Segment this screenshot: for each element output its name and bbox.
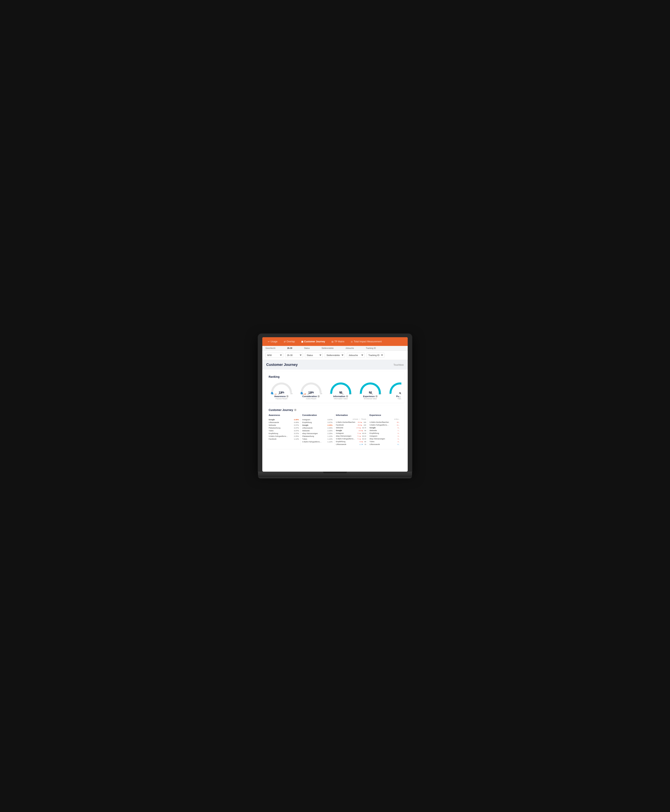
- gauge-help-icon-awareness[interactable]: ?: [286, 395, 289, 397]
- cj-delta: 7...: [398, 430, 400, 432]
- nav-item-tp-matrix[interactable]: ▤TP Matrix: [329, 339, 347, 344]
- cj-delta: 3...: [398, 441, 400, 442]
- cj-row-information-6: S-Bahn-Fahrgastfernsehen7.1▲82.33: [336, 437, 366, 440]
- gauge-label-information: Information?: [333, 395, 348, 397]
- cj-row-information-3: Google13.8▲90: [336, 429, 366, 432]
- cj-row-value: 3.37%: [294, 424, 299, 426]
- page-title: Customer Journey: [266, 363, 298, 367]
- gauge-min-experience: 0: [359, 393, 360, 394]
- cj-row-score: 3...: [398, 441, 400, 442]
- cj-row-consideration-2: Google2.25%: [302, 424, 332, 427]
- gauge-min-awareness: 0: [271, 393, 271, 394]
- gauge-help-icon-experience[interactable]: ?: [375, 395, 378, 397]
- cj-delta: 7.1▲: [357, 435, 361, 437]
- cj-row-name: Empfehlung: [336, 441, 356, 442]
- cj-row-name: Litfasssaeule: [370, 443, 389, 445]
- cj-row-name: Tubes: [302, 438, 322, 440]
- cj-row-awareness-2: Webseite3.37%: [269, 424, 299, 427]
- cj-row-name: Instagram: [302, 419, 322, 420]
- cj-row-score: 17.5▲93.75: [356, 427, 366, 429]
- cj-row-awareness-6: S-Bahn-Fahrgastfernsehen2.25%: [269, 435, 299, 437]
- cj-delta: -1.2▼: [359, 444, 363, 445]
- gauge-label-experience: Experience?: [363, 395, 378, 397]
- cj-col-consideration: ConsiderationInstagram3.37%Empfehlung3.3…: [301, 414, 334, 446]
- filter-labels-row: Geschlecht26-30StatusStellenmärkteJobsuc…: [262, 346, 408, 351]
- cj-row-name: Plakatwerbung: [302, 435, 322, 437]
- cj-row-name: Google: [370, 427, 389, 429]
- cj-row-value: 3.37%: [328, 419, 333, 420]
- gauge-value-experience: 83: [369, 391, 372, 394]
- nav-item-customer-journey[interactable]: ▦Customer Journey: [299, 339, 328, 344]
- nav-item-usage[interactable]: ↩Usage: [266, 339, 280, 344]
- filter-select-stellenmaerkte[interactable]: StellenmärkteOption1: [325, 353, 345, 358]
- gauge-container-awareness: 13%0100: [270, 381, 293, 394]
- cj-tscore: 83.33: [362, 435, 366, 437]
- cj-row-name: Google: [269, 419, 288, 420]
- cj-row-value: 3.37%: [294, 430, 299, 432]
- gauge-item-purchase: ...0100Pu...?Tran...: [387, 381, 401, 400]
- gauge-container-purchase: ...0100: [388, 381, 401, 394]
- cj-row-score: 7.1▲83.33: [357, 435, 366, 437]
- nav-icon-tp-matrix: ▤: [332, 341, 333, 343]
- nav-item-total-impact[interactable]: ◎Total Impact Measurement: [349, 339, 384, 344]
- nav-icon-usage: ↩: [268, 341, 270, 343]
- gauge-sublabel-awareness: Passive Reach: [276, 398, 288, 400]
- filter-select-tracking[interactable]: Tracking IDOption1: [367, 353, 384, 358]
- nav-item-overlap[interactable]: ⇄Overlap: [281, 339, 297, 344]
- gauge-help-icon-information[interactable]: ?: [346, 395, 348, 397]
- ranking-title: Ranking: [269, 375, 401, 378]
- cj-tscore: 93.75: [362, 427, 366, 429]
- cj-row-value: 3.37%: [294, 427, 299, 429]
- cj-row-experience-2: Google9...: [370, 426, 400, 429]
- cj-row-score: 7.1▲83.33: [357, 432, 366, 434]
- cj-row-experience-1: S-Bahn-Fahrgastfernsehen11...: [370, 424, 400, 426]
- cj-row-information-0: U-Bahn-Deckenflaechen23.8▲100: [336, 421, 366, 424]
- gauge-item-experience: 830100Experience?Emotional Value: [357, 381, 383, 400]
- cj-row-name: ebay Kleinanzeigen: [370, 438, 389, 440]
- gauge-label-purchase: Pu...?: [396, 395, 401, 397]
- cj-row-name: Instagram: [370, 435, 389, 437]
- cj-delta: 7.1▲: [357, 438, 361, 440]
- customer-journey-section: Customer Journey ? AwarenessGoogle4.49%L…: [266, 405, 404, 449]
- cj-row-name: Webseite: [302, 430, 322, 432]
- filter-select-geschlecht[interactable]: M/WMW: [266, 353, 283, 358]
- nav-icon-customer-journey: ▦: [301, 341, 303, 343]
- cj-row-value: 2.25%: [328, 430, 333, 432]
- filter-select-status[interactable]: StatusActiveInactive: [305, 353, 323, 358]
- cj-row-name: U-Bahn-Deckenflaechen: [370, 421, 389, 423]
- cj-row-consideration-1: Empfehlung3.37%: [302, 421, 332, 424]
- filter-select-jobsuche[interactable]: JobsucheOption1: [347, 353, 365, 358]
- cj-row-score: 19...: [397, 421, 400, 423]
- filter-label-4: Jobsuche: [345, 347, 354, 349]
- cj-help-icon[interactable]: ?: [294, 409, 296, 411]
- cj-section-title: Customer Journey ?: [269, 409, 401, 412]
- cj-tscore: 100: [364, 424, 366, 426]
- cj-row-information-8: Litfasssaeule-1.2▼75: [336, 443, 366, 446]
- nav-icon-overlap: ⇄: [284, 341, 286, 343]
- svg-line-5: [303, 394, 306, 394]
- screen-bezel: ↩Usage⇄Overlap▦Customer Journey▤TP Matri…: [258, 334, 412, 471]
- filter-select-age[interactable]: 26-3018-2531-40: [285, 353, 303, 358]
- cj-row-awareness-3: Plakatwerbung3.37%: [269, 427, 299, 429]
- filter-label-5: Tracking ID: [366, 347, 376, 349]
- cj-row-information-5: ebay Kleinanzeigen7.1▲83.33: [336, 435, 366, 437]
- filter-label-0: Geschlecht: [266, 347, 275, 349]
- cj-row-score: 23.8▲100: [358, 424, 366, 426]
- cj-tscore: 75: [364, 444, 366, 445]
- gauge-item-awareness: 13%0100Awareness?Passive Reach: [269, 381, 294, 400]
- cj-row-score: 3.8▲80: [359, 441, 366, 442]
- cj-row-value: 3.37%: [294, 432, 299, 434]
- gauge-max-experience: 100: [379, 393, 381, 394]
- cj-row-information-1: Facebook23.8▲100: [336, 424, 366, 426]
- cj-row-information-2: Webseite17.5▲93.75: [336, 426, 366, 429]
- cj-row-name: Webseite: [336, 427, 356, 429]
- cj-row-consideration-8: S-Bahn-Fahrgastfernsehen1.12%: [302, 441, 332, 443]
- cj-row-experience-7: Tubes3...: [370, 440, 400, 443]
- gauge-help-icon-consideration[interactable]: ?: [317, 395, 320, 397]
- cj-row-score: 3...: [398, 435, 400, 437]
- cj-row-name: S-Bahn-Fahrgastfernsehen: [336, 438, 356, 440]
- cj-row-name: Tubes: [269, 430, 288, 432]
- cj-row-name: Tubes: [370, 441, 389, 442]
- gauge-max-consideration: 100: [320, 393, 322, 394]
- cj-col-awareness: AwarenessGoogle4.49%Litfasssaeule4.49%We…: [269, 414, 301, 446]
